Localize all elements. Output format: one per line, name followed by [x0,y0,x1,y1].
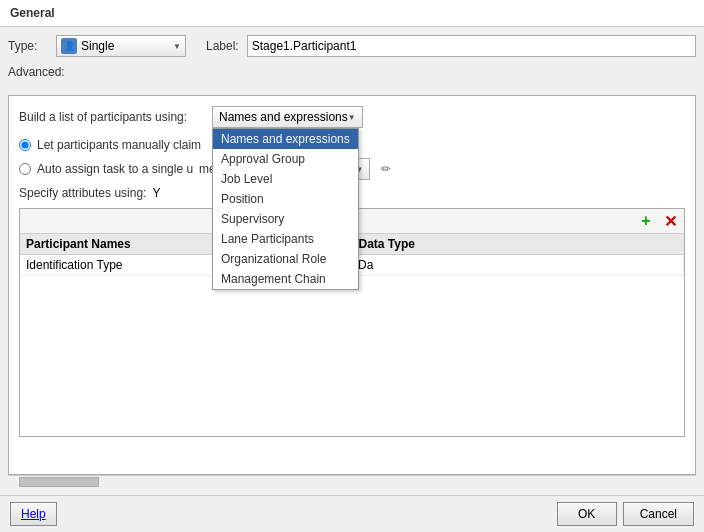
dialog: General Type: 👤 Single ▼ Advanced: [0,0,704,532]
dropdown-item-4[interactable]: Supervisory [213,209,358,229]
single-icon: 👤 [61,38,77,54]
build-select[interactable]: Names and expressions ▼ [212,106,363,128]
advanced-row: Advanced: [8,65,186,79]
dropdown-item-6[interactable]: Organizational Role [213,249,358,269]
dialog-title: General [0,0,704,27]
label-input[interactable] [247,35,696,57]
type-label: Type: [8,39,48,53]
right-col: Label: [206,35,696,57]
dropdown-menu: Names and expressions Approval Group Job… [212,128,359,290]
table-empty-space [20,276,684,436]
remove-button[interactable]: ✕ [660,211,680,231]
footer-left: Help [10,502,57,526]
table-cell-0-1: Da [352,255,684,275]
advanced-label: Advanced: [8,65,65,79]
build-row: Build a list of participants using: Name… [19,106,685,128]
footer-buttons: OK Cancel [557,502,694,526]
build-label: Build a list of participants using: [19,110,204,124]
dropdown-wrapper: Names and expressions ▼ Names and expres… [212,106,363,128]
type-arrow-icon: ▼ [173,42,181,51]
build-arrow-icon: ▼ [348,113,356,122]
specify-value: Y [152,186,160,200]
radio1-label: Let participants manually claim [37,138,201,152]
dropdown-item-1[interactable]: Approval Group [213,149,358,169]
dropdown-item-3[interactable]: Position [213,189,358,209]
dropdown-item-7[interactable]: Management Chain [213,269,358,289]
ok-button[interactable]: OK [557,502,617,526]
dialog-content: Type: 👤 Single ▼ Advanced: Label: [0,27,704,495]
type-row: Type: 👤 Single ▼ [8,35,186,57]
edit-icon[interactable]: ✏ [376,159,396,179]
col-header-1: Data Type [353,234,685,254]
cancel-button[interactable]: Cancel [623,502,694,526]
left-col: Type: 👤 Single ▼ Advanced: [8,35,186,89]
type-select[interactable]: 👤 Single ▼ [56,35,186,57]
label-label: Label: [206,39,239,53]
type-value: Single [81,39,114,53]
build-selected: Names and expressions [219,110,348,124]
dialog-footer: Help OK Cancel [0,495,704,532]
add-button[interactable]: + [636,211,656,231]
radio1-input[interactable] [19,139,31,151]
specify-label: Specify attributes using: [19,186,146,200]
top-rows: Type: 👤 Single ▼ Advanced: Label: [8,35,696,89]
label-row: Label: [206,35,696,57]
radio2-input[interactable] [19,163,31,175]
scrollbar-h[interactable] [8,475,696,487]
dropdown-item-5[interactable]: Lane Participants [213,229,358,249]
dropdown-item-0[interactable]: Names and expressions [213,129,358,149]
radio2-label: Auto assign task to a single u [37,162,193,176]
scrollbar-h-thumb[interactable] [19,477,99,487]
main-panel: Build a list of participants using: Name… [8,95,696,475]
help-button[interactable]: Help [10,502,57,526]
dropdown-item-2[interactable]: Job Level [213,169,358,189]
